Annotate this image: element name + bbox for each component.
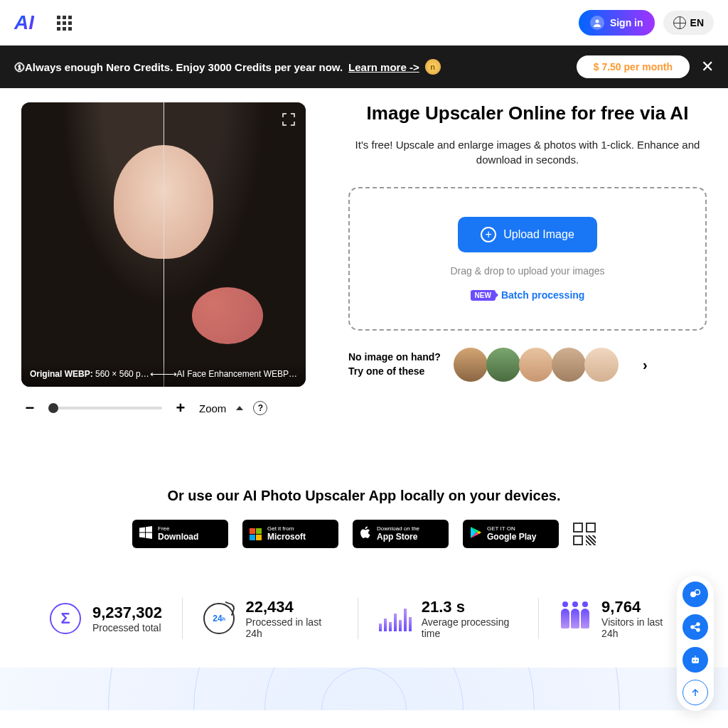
share-button[interactable] bbox=[682, 614, 708, 640]
stat-label: Processed total bbox=[92, 622, 162, 633]
bot-button[interactable] bbox=[682, 647, 708, 673]
upload-label: Upload Image bbox=[503, 228, 574, 241]
floating-actions bbox=[677, 576, 714, 710]
svg-rect-6 bbox=[692, 658, 699, 663]
zoom-out-button[interactable]: − bbox=[21, 400, 38, 417]
chat-button[interactable] bbox=[682, 582, 708, 607]
main-content: Original WEBP: 560 × 560 p… ⟵⟶ AI Face E… bbox=[0, 88, 728, 431]
zoom-thumb[interactable] bbox=[48, 403, 58, 413]
apps-grid-icon[interactable] bbox=[57, 16, 72, 31]
svg-point-0 bbox=[595, 20, 599, 23]
stat-value: 9,237,302 bbox=[92, 604, 162, 622]
preview-column: Original WEBP: 560 × 560 p… ⟵⟶ AI Face E… bbox=[21, 102, 306, 417]
compare-divider-handle[interactable] bbox=[164, 102, 164, 387]
windows-download-button[interactable]: FreeDownload bbox=[132, 520, 228, 548]
page-title: Image Upscaler Online for free via AI bbox=[348, 102, 707, 124]
stat-processed-total: Σ 9,237,302 Processed total bbox=[28, 598, 183, 639]
plus-icon: + bbox=[481, 227, 496, 242]
expand-icon[interactable] bbox=[282, 112, 296, 129]
google-play-icon bbox=[470, 526, 481, 542]
svg-point-3 bbox=[691, 626, 694, 628]
compare-arrows-icon: ⟵⟶ bbox=[150, 368, 176, 380]
upload-column: Image Upscaler Online for free via AI It… bbox=[348, 102, 707, 417]
logo[interactable]: AI bbox=[14, 11, 34, 34]
zoom-label: Zoom bbox=[199, 402, 226, 414]
promo-left: 🛈Always enough Nero Credits. Enjoy 3000 … bbox=[14, 59, 441, 75]
clock-24h-icon: 24h bbox=[203, 603, 235, 634]
compare-right-label: AI Face Enhancement WEBP… bbox=[177, 369, 297, 379]
sample-thumb[interactable] bbox=[552, 348, 586, 382]
promo-banner: 🛈Always enough Nero Credits. Enjoy 3000 … bbox=[0, 46, 728, 88]
language-label: EN bbox=[690, 17, 704, 28]
stat-value: 22,434 bbox=[245, 598, 338, 616]
compare-labels: Original WEBP: 560 × 560 p… ⟵⟶ AI Face E… bbox=[21, 361, 306, 387]
svg-point-2 bbox=[695, 590, 700, 595]
stat-label: Processed in last 24h bbox=[245, 616, 338, 639]
google-play-button[interactable]: GET IT ONGoogle Play bbox=[463, 520, 559, 548]
caret-up-icon[interactable] bbox=[236, 406, 243, 410]
samples-prompt: No image on hand? Try one of these bbox=[348, 350, 441, 378]
new-badge: NEW bbox=[471, 290, 496, 301]
close-promo-button[interactable]: ✕ bbox=[701, 58, 714, 76]
app-header: AI Sign in EN bbox=[0, 0, 728, 46]
compare-left-label: Original WEBP: 560 × 560 p… bbox=[30, 369, 149, 379]
drop-hint: Drag & drop to upload your images bbox=[450, 265, 604, 277]
stats-row: Σ 9,237,302 Processed total 24h 22,434 P… bbox=[0, 548, 728, 668]
svg-point-8 bbox=[696, 660, 697, 661]
stat-label: Visitors in last 24h bbox=[601, 616, 680, 639]
header-left: AI bbox=[14, 11, 72, 34]
upload-dropzone[interactable]: + Upload Image Drag & drop to upload you… bbox=[348, 187, 707, 331]
qr-code-icon[interactable] bbox=[573, 523, 596, 545]
logo-text: AI bbox=[14, 11, 34, 34]
user-icon bbox=[590, 16, 604, 30]
download-section: Or use our AI Photo Upscaler App locally… bbox=[0, 488, 728, 548]
zoom-slider[interactable] bbox=[48, 407, 162, 410]
sample-thumb[interactable] bbox=[584, 348, 619, 382]
compare-image[interactable]: Original WEBP: 560 × 560 p… ⟵⟶ AI Face E… bbox=[21, 102, 306, 387]
zoom-controls: − + Zoom ? bbox=[21, 400, 306, 417]
page-subtitle: It's free! Upscale and enlarge images & … bbox=[348, 137, 707, 167]
batch-row: NEW Batch processing bbox=[471, 289, 585, 301]
promo-learn-more-link[interactable]: Learn more -> bbox=[348, 61, 419, 73]
batch-processing-link[interactable]: Batch processing bbox=[501, 289, 584, 301]
sample-thumb[interactable] bbox=[519, 348, 553, 382]
help-icon[interactable]: ? bbox=[253, 401, 267, 415]
stat-avg-time: 21.3 s Average processing time bbox=[358, 598, 538, 639]
store-buttons: FreeDownload Get it fromMicrosoft Downlo… bbox=[14, 520, 714, 548]
signin-button[interactable]: Sign in bbox=[579, 10, 655, 36]
bars-icon bbox=[379, 606, 412, 631]
stat-value: 9,764 bbox=[601, 598, 680, 616]
stat-processed-24h: 24h 22,434 Processed in last 24h bbox=[183, 598, 358, 639]
sample-thumb[interactable] bbox=[454, 348, 488, 382]
signin-label: Sign in bbox=[610, 17, 643, 28]
price-pill[interactable]: $ 7.50 per month bbox=[577, 55, 690, 78]
stat-label: Average processing time bbox=[422, 616, 518, 639]
svg-point-5 bbox=[697, 628, 700, 631]
people-icon bbox=[561, 609, 589, 628]
windows-icon bbox=[139, 526, 152, 542]
stat-value: 21.3 s bbox=[422, 598, 518, 616]
scroll-top-button[interactable] bbox=[682, 680, 708, 705]
svg-point-7 bbox=[693, 660, 695, 661]
samples-row: No image on hand? Try one of these › bbox=[348, 348, 707, 382]
header-right: Sign in EN bbox=[579, 10, 714, 36]
microsoft-icon bbox=[250, 528, 262, 540]
zoom-in-button[interactable]: + bbox=[172, 400, 189, 417]
promo-text: 🛈Always enough Nero Credits. Enjoy 3000 … bbox=[14, 61, 343, 73]
language-button[interactable]: EN bbox=[663, 11, 714, 35]
app-store-button[interactable]: Download on theApp Store bbox=[353, 520, 449, 548]
svg-point-4 bbox=[697, 623, 700, 626]
wave-background bbox=[0, 668, 728, 710]
samples-next-button[interactable]: › bbox=[643, 357, 648, 373]
sample-thumb[interactable] bbox=[486, 348, 520, 382]
globe-icon bbox=[673, 16, 686, 29]
upload-button[interactable]: + Upload Image bbox=[458, 217, 597, 252]
sigma-icon: Σ bbox=[50, 603, 81, 634]
apple-icon bbox=[360, 526, 371, 542]
microsoft-store-button[interactable]: Get it fromMicrosoft bbox=[242, 520, 338, 548]
coin-icon: n bbox=[425, 59, 441, 75]
download-heading: Or use our AI Photo Upscaler App locally… bbox=[14, 488, 714, 504]
promo-right: $ 7.50 per month ✕ bbox=[577, 55, 714, 78]
sample-thumbnails bbox=[455, 348, 619, 382]
stat-visitors: 9,764 Visitors in last 24h bbox=[539, 598, 700, 639]
